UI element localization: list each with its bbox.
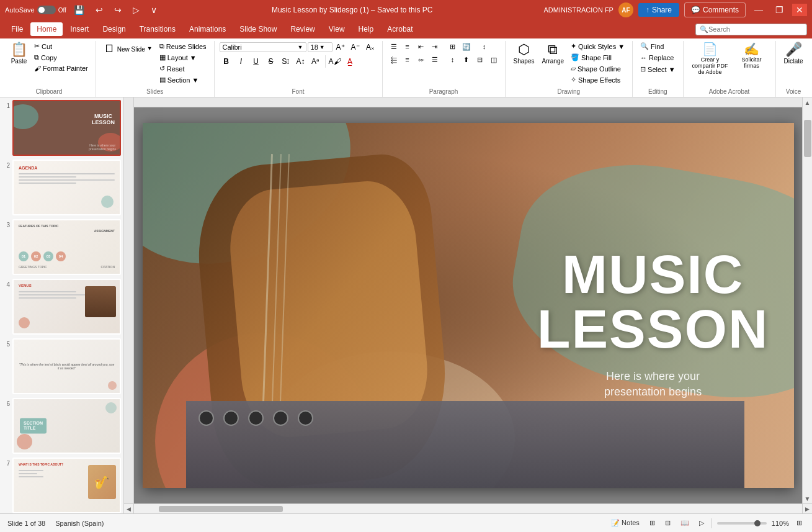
slide-preview-5[interactable]: "This is where the text of block would a…: [12, 338, 121, 394]
slide-thumb-1[interactable]: 1 MUSICLESSON Here is where yourpresenta…: [2, 100, 121, 156]
scroll-down-button[interactable]: ▼: [803, 494, 812, 503]
scroll-right-button[interactable]: ▶: [802, 504, 812, 514]
slide-thumb-7[interactable]: 7 WHAT IS THIS TOPIC ABOUT? 🎷: [2, 458, 121, 513]
cut-button[interactable]: ✂ Cut: [32, 41, 91, 52]
slide-sorter-button[interactable]: ⊟: [663, 518, 673, 528]
menu-transitions[interactable]: Transitions: [133, 22, 182, 36]
scroll-left-button[interactable]: ◀: [124, 504, 134, 514]
save-button[interactable]: 💾: [70, 4, 88, 16]
decrease-indent-button[interactable]: ⇤: [415, 41, 427, 52]
comments-button[interactable]: 💬 Comments: [684, 2, 746, 17]
shapes-button[interactable]: ⬡ Shapes: [511, 41, 538, 66]
columns-button[interactable]: ⊞: [447, 41, 459, 52]
numbered-list-button[interactable]: ≡: [401, 41, 414, 52]
slide-title-area[interactable]: MUSIC LESSON Here is where yourpresentat…: [537, 247, 769, 400]
shape-fill-button[interactable]: 🪣 Shape Fill: [568, 52, 627, 63]
share-button[interactable]: ↑ Share: [638, 3, 679, 17]
decrease-font-button[interactable]: A⁻: [349, 41, 362, 53]
sort-button[interactable]: ↕: [478, 41, 491, 52]
clear-format-button[interactable]: Aₓ: [364, 41, 377, 53]
slide-thumb-6[interactable]: 6 SECTIONTITLE: [2, 398, 121, 454]
underline-button[interactable]: U: [249, 55, 263, 68]
arrange-button[interactable]: ⧉ Arrange: [538, 41, 567, 66]
spacing-button[interactable]: A↕: [294, 55, 308, 68]
menu-insert[interactable]: Insert: [64, 22, 95, 36]
customize-button[interactable]: ∨: [147, 4, 161, 16]
align-center-button[interactable]: ≡: [401, 54, 414, 65]
menu-review[interactable]: Review: [284, 22, 321, 36]
menu-help[interactable]: Help: [352, 22, 380, 36]
redo-button[interactable]: ↪: [110, 4, 125, 16]
font-size-dropdown[interactable]: 18 ▼: [308, 42, 332, 52]
dictate-button[interactable]: 🎤 Dictate: [781, 41, 806, 66]
align-right-button[interactable]: ⬰: [415, 54, 427, 65]
align-left-button[interactable]: ⬱: [388, 54, 400, 65]
slide-preview-2[interactable]: AGENDA: [12, 160, 121, 215]
menu-animations[interactable]: Animations: [183, 22, 232, 36]
bullet-list-button[interactable]: ☰: [388, 41, 400, 52]
scroll-up-button[interactable]: ▲: [803, 97, 812, 107]
menu-home[interactable]: Home: [30, 22, 63, 36]
increase-font-button[interactable]: A⁺: [334, 41, 347, 53]
layout-button[interactable]: ▦ Layout ▼: [157, 52, 209, 63]
select-button[interactable]: ⊡ Select ▼: [638, 64, 677, 74]
section-button[interactable]: ▤ Section ▼: [157, 74, 209, 85]
line-spacing-button[interactable]: ↕: [447, 54, 459, 65]
fit-slide-button[interactable]: ⊞: [794, 518, 805, 528]
text-shadow-button[interactable]: S⃝: [279, 55, 293, 68]
search-input[interactable]: [708, 25, 795, 33]
zoom-slider[interactable]: [717, 522, 767, 525]
replace-button[interactable]: ↔ Replace: [638, 53, 676, 63]
shape-outline-button[interactable]: ▱ Shape Outline: [568, 63, 627, 74]
highlight-button[interactable]: A🖌: [328, 55, 342, 68]
slide-preview-7[interactable]: WHAT IS THIS TOPIC ABOUT? 🎷: [12, 458, 121, 513]
search-box[interactable]: 🔍: [695, 24, 807, 35]
slide-preview-3[interactable]: FEATURES OF THIS TOPIC ASSIGNMENT 01 02 …: [12, 219, 121, 275]
autosave-pill[interactable]: [37, 6, 56, 14]
menu-view[interactable]: View: [323, 22, 351, 36]
strikethrough-button[interactable]: S: [264, 55, 278, 68]
slide-preview-6[interactable]: SECTIONTITLE: [12, 398, 121, 454]
create-pdf-button[interactable]: 📄 Crear y compartir PDF de Adobe: [689, 41, 732, 77]
shape-effects-button[interactable]: ✧ Shape Effects: [568, 74, 627, 85]
editing-area[interactable]: MUSIC LESSON Here is where yourpresentat…: [124, 97, 802, 503]
menu-file[interactable]: File: [5, 22, 29, 36]
paste-button[interactable]: 📋 Paste: [7, 41, 30, 66]
slide-thumb-3[interactable]: 3 FEATURES OF THIS TOPIC ASSIGNMENT 01 0…: [2, 219, 121, 275]
normal-view-button[interactable]: ⊞: [647, 518, 658, 528]
slide-preview-1[interactable]: MUSICLESSON Here is where yourpresentati…: [12, 100, 121, 156]
vertical-align-button[interactable]: ⊟: [474, 54, 486, 65]
menu-design[interactable]: Design: [96, 22, 132, 36]
convert-to-smartart-button[interactable]: ◫: [488, 54, 500, 65]
copy-button[interactable]: ⧉ Copy: [32, 52, 91, 63]
new-slide-button[interactable]: 🗌 New Slide ▼: [101, 41, 156, 56]
slide-thumb-5[interactable]: 5 "This is where the text of block would…: [2, 338, 121, 394]
reuse-slides-button[interactable]: ⧉ Reuse Slides: [157, 41, 209, 52]
slide-thumb-2[interactable]: 2 AGENDA: [2, 160, 121, 215]
scroll-thumb-v[interactable]: [804, 120, 811, 157]
slide-thumb-4[interactable]: 4 VENUS: [2, 279, 121, 335]
notes-button[interactable]: 📝 Notes: [609, 518, 642, 528]
present-button[interactable]: ▷: [129, 4, 143, 16]
minimize-button[interactable]: —: [751, 4, 767, 16]
slideshow-button[interactable]: ▷: [697, 518, 707, 528]
undo-button[interactable]: ↩: [92, 4, 107, 16]
justify-button[interactable]: ☰: [429, 54, 441, 65]
reading-view-button[interactable]: 📖: [678, 518, 692, 528]
bold-button[interactable]: B: [220, 55, 233, 68]
slide-preview-4[interactable]: VENUS: [12, 279, 121, 335]
autosave-toggle[interactable]: AutoSave Off: [5, 6, 66, 14]
scroll-thumb-h[interactable]: [159, 506, 283, 512]
menu-acrobat[interactable]: Acrobat: [381, 22, 419, 36]
smart-art-button[interactable]: 🔄: [460, 41, 473, 52]
quick-styles-button[interactable]: ✦ Quick Styles ▼: [568, 41, 627, 52]
menu-slideshow[interactable]: Slide Show: [233, 22, 283, 36]
increase-indent-button[interactable]: ⇥: [429, 41, 441, 52]
font-family-dropdown[interactable]: Calibri ▼: [220, 42, 306, 52]
request-signatures-button[interactable]: ✍ Solicitar firmas: [733, 41, 770, 71]
font-color-button[interactable]: A̲: [343, 55, 357, 68]
restore-button[interactable]: ❐: [772, 4, 787, 16]
italic-button[interactable]: I: [234, 55, 248, 68]
reset-button[interactable]: ↺ Reset: [157, 63, 209, 74]
zoom-thumb[interactable]: [754, 520, 761, 526]
